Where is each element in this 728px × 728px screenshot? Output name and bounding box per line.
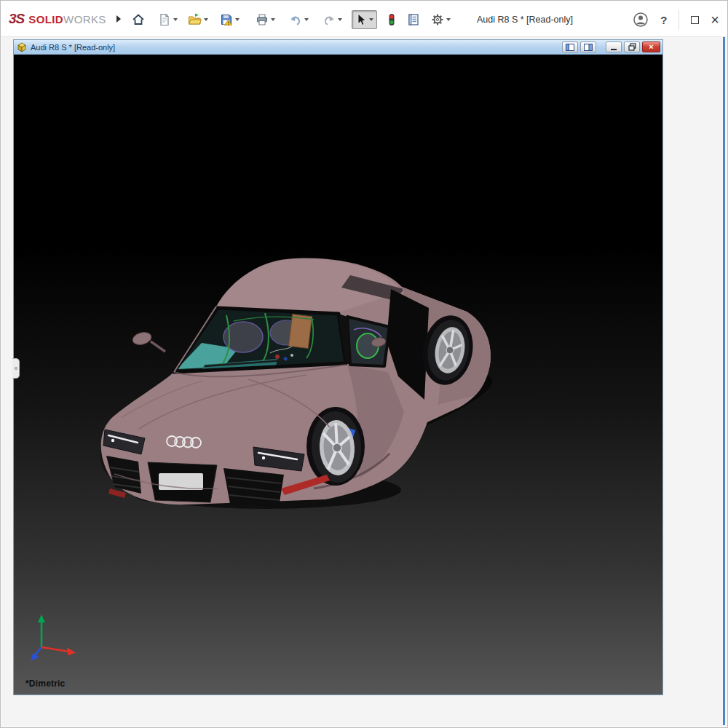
save-button[interactable] (218, 10, 242, 29)
chevron-down-icon (235, 18, 240, 21)
x-axis-arrow (41, 647, 76, 656)
mirror-left[interactable] (131, 331, 165, 352)
window-controls: ? × (633, 10, 719, 29)
front-grille[interactable] (148, 462, 217, 502)
divider (678, 9, 679, 30)
gear-icon (431, 13, 444, 26)
y-axis-arrow (38, 614, 45, 647)
featuremanager-collapse-tab[interactable] (12, 358, 20, 379)
pane-left-icon (566, 44, 574, 51)
print-icon (256, 13, 269, 26)
home-button[interactable] (130, 10, 147, 29)
orientation-triad[interactable] (25, 612, 80, 667)
solidworks-brand: 3S SOLIDWORKS (9, 11, 121, 27)
windshield[interactable] (174, 308, 346, 372)
cursor-arrow-icon (355, 13, 367, 26)
view-orientation-label: *Dimetric (25, 678, 66, 689)
close-button[interactable]: × (711, 12, 719, 27)
chevron-down-icon (446, 18, 451, 21)
document-list-button[interactable] (405, 10, 422, 29)
graphics-viewport[interactable]: *Dimetric (14, 55, 662, 695)
document-list-icon (407, 13, 420, 26)
print-button[interactable] (253, 10, 277, 29)
part-cube-icon (17, 41, 27, 52)
app-title: Audi R8 S * [Read-only] (477, 15, 573, 25)
car-model[interactable] (95, 256, 492, 529)
panel-toggle-left-button[interactable] (562, 41, 578, 52)
selection-light-icon (387, 13, 396, 26)
selection-light-button[interactable] (385, 10, 398, 29)
3ds-logo: 3S (9, 11, 24, 27)
side-intake-left[interactable] (106, 456, 141, 494)
menu-expand-chevron-icon[interactable] (116, 15, 121, 23)
document-minimize-button[interactable] (606, 41, 622, 52)
new-document-button[interactable] (156, 10, 180, 29)
app-window: 3S SOLIDWORKS (0, 0, 728, 728)
front-wheel[interactable] (306, 407, 365, 486)
user-avatar-icon (633, 12, 649, 28)
workspace: Audi R8 S * [Read-only] × (1, 37, 727, 727)
document-title: Audi R8 S * [Read-only] (31, 43, 115, 52)
document-window: Audi R8 S * [Read-only] × (13, 39, 663, 695)
chevron-down-icon (369, 18, 373, 21)
chevron-down-icon (304, 18, 309, 21)
minimize-icon (611, 49, 617, 50)
document-close-button[interactable]: × (642, 41, 660, 52)
select-tool-button[interactable] (352, 10, 377, 29)
open-button[interactable] (186, 10, 210, 29)
quick-access-toolbar (130, 7, 453, 32)
collapse-dot-icon (15, 367, 17, 370)
chevron-down-icon (271, 18, 275, 21)
open-folder-icon (188, 13, 202, 26)
restore-icon (628, 43, 636, 51)
settings-button[interactable] (429, 10, 453, 29)
pane-right-icon (584, 44, 593, 51)
document-titlebar[interactable]: Audi R8 S * [Read-only] × (14, 40, 662, 55)
brand-wordmark: SOLIDWORKS (28, 13, 106, 25)
help-button[interactable]: ? (660, 14, 667, 26)
chevron-down-icon (338, 18, 342, 21)
chevron-down-icon (204, 18, 208, 21)
panel-toggle-right-button[interactable] (580, 41, 596, 52)
undo-icon (289, 13, 302, 26)
redo-icon (323, 13, 336, 26)
maximize-button[interactable] (691, 16, 699, 24)
document-window-controls: × (562, 41, 660, 52)
undo-button[interactable] (287, 10, 311, 29)
document-restore-button[interactable] (624, 41, 640, 52)
side-intake-right[interactable] (223, 468, 284, 507)
save-icon (220, 13, 233, 26)
z-axis-arrow (31, 647, 41, 661)
window-edge-accent (723, 37, 725, 725)
redo-button[interactable] (320, 10, 344, 29)
app-titlebar: 3S SOLIDWORKS (1, 1, 727, 37)
maximize-icon (691, 16, 699, 24)
new-document-icon (158, 13, 171, 26)
account-button[interactable] (633, 12, 649, 28)
home-icon (132, 13, 145, 26)
chevron-down-icon (173, 18, 178, 21)
